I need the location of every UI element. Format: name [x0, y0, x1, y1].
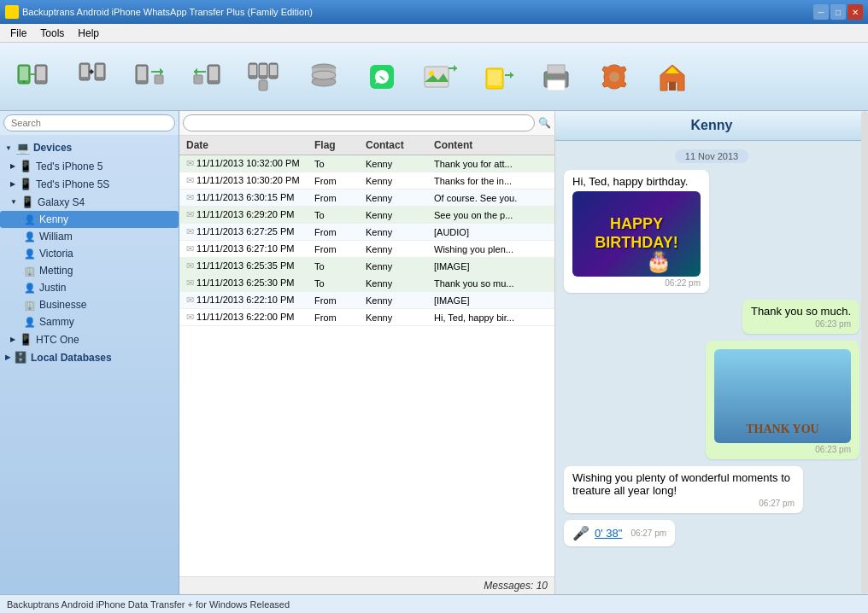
sidebar-contact-businesse[interactable]: 🏢 Businesse — [0, 296, 179, 313]
toolbar-btn-6[interactable] — [297, 48, 350, 106]
svg-rect-11 — [138, 67, 146, 80]
msg-date: ✉ 11/11/2013 6:29:20 PM — [186, 209, 314, 220]
home-icon — [654, 58, 691, 96]
envelope-icon: ✉ — [186, 295, 194, 305]
sidebar-tree: ▼ 💻 Devices ▶ 📱 Ted's iPhone 5 ▶ 📱 Ted's… — [0, 135, 179, 594]
menu-tools[interactable]: Tools — [33, 26, 71, 41]
svg-rect-31 — [488, 70, 501, 85]
sidebar-contact-justin[interactable]: 👤 Justin — [0, 279, 179, 296]
kenny-label: Kenny — [39, 213, 68, 225]
chat-scrollbar[interactable] — [861, 111, 868, 594]
svg-rect-17 — [249, 65, 256, 75]
htcone-device-icon: 📱 — [19, 333, 32, 346]
msg-content: See you on the p... — [434, 210, 548, 220]
iphone5s-label: Ted's iPhone 5S — [36, 178, 109, 190]
sidebar-contact-sammy[interactable]: 👤 Sammy — [0, 313, 179, 330]
local-databases-group[interactable]: ▶ 🗄️ Local Databases — [0, 348, 179, 366]
msg-contact: Kenny — [366, 159, 434, 169]
col-date: Date — [186, 139, 314, 151]
message-row[interactable]: ✉ 11/11/2013 6:22:00 PM From Kenny Hi, T… — [179, 309, 554, 326]
title-bar-left: Backuptrans Android iPhone WhatsApp Tran… — [5, 5, 313, 19]
msg-contact: Kenny — [366, 193, 434, 203]
col-content: Content — [434, 139, 548, 151]
svg-rect-34 — [548, 80, 565, 90]
envelope-icon: ✉ — [186, 277, 194, 288]
sidebar-contact-victoria[interactable]: 👤 Victoria — [0, 245, 179, 262]
main-area: ▼ 💻 Devices ▶ 📱 Ted's iPhone 5 ▶ 📱 Ted's… — [0, 111, 868, 594]
message-row[interactable]: ✉ 11/11/2013 6:27:25 PM From Kenny [AUDI… — [179, 224, 554, 241]
message-list: 🔍 Date Flag Contact Content ✉ 11/11/2013… — [179, 111, 555, 594]
thankyou-image: THANK YOU — [714, 349, 851, 443]
chat-messages[interactable]: 11 Nov 2013 Hi, Ted, happy birthday. HAP… — [555, 141, 868, 594]
toolbar-btn-8[interactable] — [413, 48, 466, 106]
bubble-1-image: HAPPYBIRTHDAY! 🎂 — [572, 191, 701, 277]
close-button[interactable]: ✕ — [847, 4, 863, 20]
col-flag: Flag — [314, 139, 366, 151]
bubble-2-text: Thank you so much. — [751, 305, 851, 318]
sidebar-search-input[interactable] — [3, 114, 175, 131]
search-icon: 🔍 — [538, 117, 551, 129]
toolbar-btn-12[interactable] — [646, 48, 699, 106]
birthday-image: HAPPYBIRTHDAY! 🎂 — [572, 191, 701, 277]
msg-date: ✉ 11/11/2013 6:30:15 PM — [186, 192, 314, 203]
audio-duration[interactable]: 0' 38" — [595, 527, 622, 540]
toolbar-btn-11[interactable] — [588, 48, 641, 106]
message-row[interactable]: ✉ 11/11/2013 6:30:15 PM From Kenny Of co… — [179, 190, 554, 207]
message-row[interactable]: ✉ 11/11/2013 6:25:30 PM To Kenny Thank y… — [179, 275, 554, 292]
toolbar-btn-1[interactable] — [7, 48, 60, 106]
metting-label: Metting — [39, 265, 73, 277]
message-row[interactable]: ✉ 11/11/2013 6:25:35 PM To Kenny [IMAGE] — [179, 258, 554, 275]
sidebar-contact-kenny[interactable]: 👤 Kenny — [0, 211, 179, 228]
victoria-label: Victoria — [39, 248, 73, 260]
toolbar-btn-4[interactable] — [181, 48, 234, 106]
toolbar-btn-9[interactable] — [472, 48, 525, 106]
svg-rect-7 — [81, 65, 88, 77]
envelope-icon: ✉ — [186, 175, 194, 185]
sidebar-item-galaxys4[interactable]: ▼ 📱 Galaxy S4 — [0, 193, 179, 211]
svg-rect-33 — [548, 65, 565, 73]
audio-bubble: 🎤 0' 38" 06:27 pm — [572, 525, 666, 541]
sidebar-contact-william[interactable]: 👤 William — [0, 228, 179, 245]
message-row[interactable]: ✉ 11/11/2013 6:27:10 PM From Kenny Wishi… — [179, 241, 554, 258]
chat-bubble-1: Hi, Ted, happy birthday. HAPPYBIRTHDAY! … — [564, 170, 709, 293]
msg-content: [IMAGE] — [434, 261, 548, 271]
bubble-1-time: 06:22 pm — [572, 278, 701, 288]
iphone5s-expand-icon: ▶ — [10, 180, 15, 188]
message-row[interactable]: ✉ 11/11/2013 6:29:20 PM To Kenny See you… — [179, 207, 554, 224]
app-icon — [5, 5, 19, 19]
toolbar-btn-3[interactable] — [123, 48, 176, 106]
minimize-button[interactable]: ─ — [813, 4, 829, 20]
iphone5-expand-icon: ▶ — [10, 162, 15, 170]
sidebar-contact-metting[interactable]: 🏢 Metting — [0, 262, 179, 279]
message-count: Messages: 10 — [484, 580, 548, 592]
toolbar-btn-7[interactable] — [355, 48, 408, 106]
audio-time-label: 06:27 pm — [630, 528, 666, 538]
toolbar-btn-10[interactable] — [530, 48, 583, 106]
maximize-button[interactable]: □ — [830, 4, 846, 20]
message-row[interactable]: ✉ 11/11/2013 6:22:10 PM From Kenny [IMAG… — [179, 292, 554, 309]
sidebar-item-htcone[interactable]: ▶ 📱 HTC One — [0, 330, 179, 348]
chat-area: Kenny 11 Nov 2013 Hi, Ted, happy birthda… — [555, 111, 868, 594]
msg-date: ✉ 11/11/2013 6:27:25 PM — [186, 226, 314, 237]
william-label: William — [39, 231, 73, 242]
sidebar: ▼ 💻 Devices ▶ 📱 Ted's iPhone 5 ▶ 📱 Ted's… — [0, 111, 179, 594]
sidebar-item-teds-iphone5s[interactable]: ▶ 📱 Ted's iPhone 5S — [0, 175, 179, 193]
message-list-area: 🔍 Date Flag Contact Content ✉ 11/11/2013… — [179, 111, 868, 594]
justin-contact-icon: 👤 — [24, 283, 36, 294]
message-search-input[interactable] — [183, 114, 535, 131]
chat-date-label: 11 Nov 2013 — [675, 149, 748, 163]
menu-file[interactable]: File — [3, 26, 33, 41]
devices-icon: 💻 — [15, 141, 30, 155]
menu-help[interactable]: Help — [71, 26, 106, 41]
msg-contact: Kenny — [366, 227, 434, 237]
sammy-label: Sammy — [39, 316, 74, 328]
toolbar-btn-5[interactable] — [239, 48, 292, 106]
svg-point-2 — [23, 80, 26, 83]
message-row[interactable]: ✉ 11/11/2013 10:32:00 PM To Kenny Thank … — [179, 155, 554, 172]
msg-contact: Kenny — [366, 210, 434, 220]
toolbar-btn-2[interactable] — [65, 48, 118, 106]
sidebar-item-teds-iphone5[interactable]: ▶ 📱 Ted's iPhone 5 — [0, 157, 179, 175]
devices-group[interactable]: ▼ 💻 Devices — [0, 138, 179, 157]
svg-rect-1 — [20, 67, 28, 80]
message-row[interactable]: ✉ 11/11/2013 10:30:20 PM From Kenny Than… — [179, 172, 554, 190]
